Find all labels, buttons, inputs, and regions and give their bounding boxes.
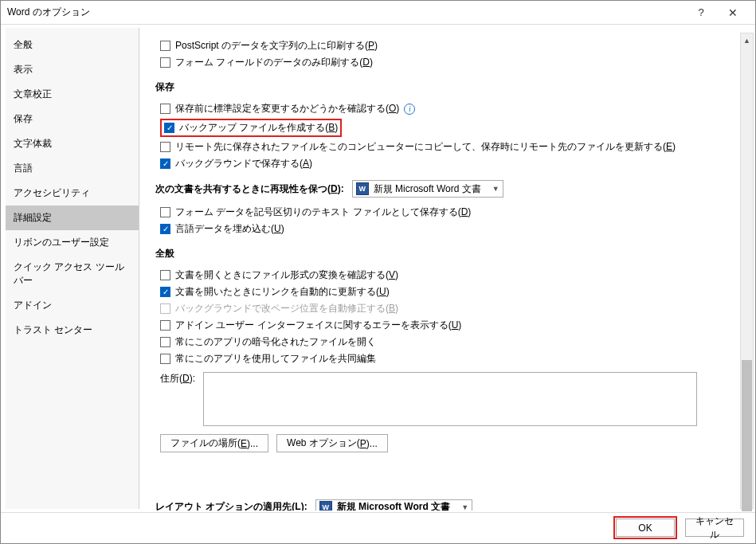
main-panel: PostScript のデータを文字列の上に印刷する(P)フォーム フィールドの… <box>139 25 755 512</box>
topcheck-1-checkbox[interactable] <box>160 57 170 68</box>
address-row: 住所(D): <box>160 372 739 426</box>
topcheck-0-row: PostScript のデータを文字列の上に印刷する(P) <box>160 39 739 53</box>
general-5-checkbox[interactable] <box>160 354 170 364</box>
word-icon: W <box>319 501 332 511</box>
general-0-label: 文書を開くときにファイル形式の変換を確認する(V) <box>175 268 398 282</box>
share-label: 次の文書を共有するときに再現性を保つ(D): <box>155 182 344 196</box>
sidebar-item-5[interactable]: 言語 <box>6 156 139 181</box>
topcheck-0-checkbox[interactable] <box>160 41 170 51</box>
sidebar-item-2[interactable]: 文章校正 <box>6 82 139 107</box>
scroll-up-icon[interactable]: ▲ <box>741 33 753 47</box>
topcheck-1-row: フォーム フィールドのデータのみ印刷する(D) <box>160 56 739 69</box>
general-2-label: バックグラウンドで改ページ位置を自動修正する(B) <box>175 302 398 315</box>
window-title: Word のオプション <box>7 6 685 19</box>
general-4-row: 常にこのアプリの暗号化されたファイルを開く <box>160 335 739 349</box>
sidebar-item-4[interactable]: 文字体裁 <box>6 131 139 156</box>
topcheck-1-label: フォーム フィールドのデータのみ印刷する(D) <box>175 56 373 69</box>
address-label: 住所(D): <box>160 372 195 385</box>
share-row: 次の文書を共有するときに再現性を保つ(D): W 新規 Microsoft Wo… <box>155 180 739 198</box>
sidebar-item-1[interactable]: 表示 <box>6 57 139 82</box>
share-document-dropdown[interactable]: W 新規 Microsoft Word 文書 ▼ <box>352 180 503 198</box>
general-1-label: 文書を開いたときにリンクを自動的に更新する(U) <box>175 285 390 299</box>
share-0-label: フォーム データを記号区切りのテキスト ファイルとして保存する(D) <box>175 205 471 219</box>
sidebar: 全般表示文章校正保存文字体裁言語アクセシビリティ詳細設定リボンのユーザー設定クイ… <box>6 28 139 509</box>
general-2-row: バックグラウンドで改ページ位置を自動修正する(B) <box>160 302 739 315</box>
chevron-down-icon: ▼ <box>492 185 499 193</box>
ok-highlight: OK <box>613 516 677 539</box>
general-button-1[interactable]: Web オプション(P)... <box>276 434 388 452</box>
general-3-label: アドイン ユーザー インターフェイスに関するエラーを表示する(U) <box>175 319 461 332</box>
section-general-title: 全般 <box>155 247 739 260</box>
sidebar-item-0[interactable]: 全般 <box>6 33 139 57</box>
cancel-button[interactable]: キャンセル <box>685 519 744 537</box>
general-button-0[interactable]: ファイルの場所(E)... <box>160 434 268 452</box>
save-3-checkbox[interactable]: ✓ <box>160 159 170 169</box>
share-0-row: フォーム データを記号区切りのテキスト ファイルとして保存する(D) <box>160 205 739 219</box>
chevron-down-icon: ▼ <box>461 503 468 511</box>
sidebar-item-10[interactable]: アドイン <box>6 293 139 318</box>
save-0-checkbox[interactable] <box>160 104 170 114</box>
close-button[interactable]: ✕ <box>717 2 749 24</box>
content-area: 全般表示文章校正保存文字体裁言語アクセシビリティ詳細設定リボンのユーザー設定クイ… <box>1 25 755 512</box>
save-3-row: ✓バックグラウンドで保存する(A) <box>160 157 739 170</box>
general-3-row: アドイン ユーザー インターフェイスに関するエラーを表示する(U) <box>160 319 739 332</box>
general-0-row: 文書を開くときにファイル形式の変換を確認する(V) <box>160 268 739 282</box>
general-3-checkbox[interactable] <box>160 320 170 331</box>
layout-target-dropdown[interactable]: W 新規 Microsoft Word 文書 ▼ <box>315 499 472 511</box>
sidebar-item-6[interactable]: アクセシビリティ <box>6 181 139 205</box>
save-2-checkbox[interactable] <box>160 142 170 152</box>
general-0-checkbox[interactable] <box>160 270 170 280</box>
topcheck-0-label: PostScript のデータを文字列の上に印刷する(P) <box>175 39 378 53</box>
share-dropdown-text: 新規 Microsoft Word 文書 <box>374 182 481 196</box>
save-0-row: 保存前に標準設定を変更するかどうかを確認する(O) i <box>160 102 739 115</box>
save-1-row: ✓バックアップ ファイルを作成する(B) <box>160 119 739 137</box>
general-1-checkbox[interactable]: ✓ <box>160 287 170 297</box>
sidebar-item-8[interactable]: リボンのユーザー設定 <box>6 230 139 255</box>
sidebar-item-7[interactable]: 詳細設定 <box>6 205 139 230</box>
share-1-checkbox[interactable]: ✓ <box>160 224 170 234</box>
share-1-label: 言語データを埋め込む(U) <box>175 222 284 236</box>
scroll-thumb[interactable] <box>742 360 752 511</box>
general-4-checkbox[interactable] <box>160 337 170 347</box>
save-1-label: バックアップ ファイルを作成する(B) <box>179 121 338 135</box>
info-icon[interactable]: i <box>404 104 415 115</box>
save-1-highlight: ✓バックアップ ファイルを作成する(B) <box>160 119 342 137</box>
vertical-scrollbar[interactable]: ▲ ▼ <box>740 33 754 509</box>
title-bar: Word のオプション ? ✕ <box>1 1 755 25</box>
sidebar-item-11[interactable]: トラスト センター <box>6 318 139 342</box>
general-5-row: 常にこのアプリを使用してファイルを共同編集 <box>160 352 739 366</box>
general-1-row: ✓文書を開いたときにリンクを自動的に更新する(U) <box>160 285 739 299</box>
save-2-row: リモート先に保存されたファイルをこのコンピューターにコピーして、保存時にリモート… <box>160 140 739 154</box>
help-button[interactable]: ? <box>685 2 717 24</box>
dialog-footer: OK キャンセル <box>1 512 755 542</box>
ok-button[interactable]: OK <box>616 519 675 537</box>
save-0-label: 保存前に標準設定を変更するかどうかを確認する(O) <box>175 102 399 115</box>
general-2-checkbox <box>160 303 170 314</box>
word-icon: W <box>356 182 369 195</box>
save-1-checkbox[interactable]: ✓ <box>164 123 174 133</box>
general-button-row: ファイルの場所(E)...Web オプション(P)... <box>160 434 739 452</box>
save-2-label: リモート先に保存されたファイルをこのコンピューターにコピーして、保存時にリモート… <box>175 140 676 154</box>
save-3-label: バックグラウンドで保存する(A) <box>175 157 312 170</box>
sidebar-item-3[interactable]: 保存 <box>6 107 139 131</box>
section-save-title: 保存 <box>155 80 739 94</box>
general-4-label: 常にこのアプリの暗号化されたファイルを開く <box>175 335 376 349</box>
address-textarea[interactable] <box>203 372 697 426</box>
general-5-label: 常にこのアプリを使用してファイルを共同編集 <box>175 352 376 366</box>
share-1-row: ✓言語データを埋め込む(U) <box>160 222 739 236</box>
sidebar-item-9[interactable]: クイック アクセス ツール バー <box>6 255 139 293</box>
share-0-checkbox[interactable] <box>160 207 170 217</box>
cutoff-row: レイアウト オプションの適用先(L): W 新規 Microsoft Word … <box>155 499 723 511</box>
